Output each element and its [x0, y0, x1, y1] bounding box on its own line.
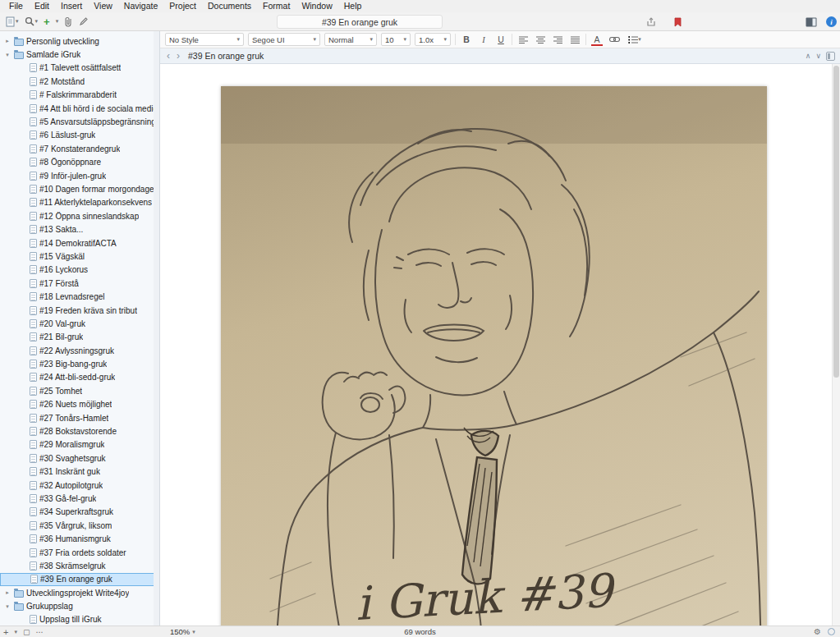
- toolbar-document-title[interactable]: #39 En orange gruk: [277, 15, 443, 29]
- binder-scrollbar[interactable]: [154, 31, 159, 626]
- toggle-inspector-button[interactable]: [803, 16, 819, 28]
- expand-chevron-icon[interactable]: ▸: [3, 38, 11, 44]
- binder-item[interactable]: ▸Personlig utveckling: [0, 34, 159, 48]
- binder-item[interactable]: #37 Fria ordets soldater: [0, 546, 159, 559]
- text-color-button[interactable]: A: [590, 33, 604, 46]
- binder-item[interactable]: #18 Levnadsregel: [0, 290, 159, 303]
- binder-item[interactable]: # Falskrimmarabderit: [0, 89, 159, 102]
- binder-item[interactable]: #28 Bokstavstorende: [0, 424, 159, 438]
- binder-item[interactable]: #13 Sakta...: [0, 222, 159, 236]
- binder-item[interactable]: ▾Grukuppslag: [0, 599, 159, 612]
- bold-button[interactable]: B: [460, 33, 473, 46]
- binder-item[interactable]: #24 Att-bli-sedd-gruk: [0, 371, 159, 384]
- binder-item[interactable]: #29 Moralismgruk: [0, 438, 159, 451]
- binder-item[interactable]: #11 Akterlyktelaparkonsekvens: [0, 196, 159, 209]
- binder-item[interactable]: #30 Svaghetsgruk: [0, 451, 159, 465]
- binder-item[interactable]: #25 Tomhet: [0, 384, 159, 397]
- zoom-dropdown[interactable]: 150% ▾: [167, 627, 199, 637]
- binder-item[interactable]: #7 Konstaterandegruk: [0, 142, 159, 155]
- align-center-button[interactable]: [534, 33, 547, 46]
- menu-item-navigate[interactable]: Navigate: [118, 0, 163, 12]
- align-right-button[interactable]: [551, 33, 564, 46]
- attachment-button[interactable]: [62, 16, 76, 28]
- binder-item[interactable]: #2 Motstånd: [0, 75, 159, 88]
- font-dropdown[interactable]: Segoe UI▾: [248, 33, 320, 46]
- binder-item[interactable]: #33 Gå-fel-gruk: [0, 492, 159, 505]
- italic-button[interactable]: I: [477, 33, 490, 46]
- expand-chevron-icon[interactable]: ▾: [3, 52, 11, 58]
- editor-scrollbar-thumb[interactable]: [833, 66, 839, 378]
- menu-item-help[interactable]: Help: [338, 0, 368, 12]
- binder-item[interactable]: #1 Talevett osättfalsett: [0, 62, 159, 75]
- binder-item[interactable]: #26 Nuets möjlighet: [0, 398, 159, 411]
- binder-item[interactable]: #34 Superkraftsgruk: [0, 506, 159, 519]
- embedded-sketch-photo[interactable]: i Gruk #39: [221, 86, 767, 626]
- binder-item[interactable]: #10 Dagen formar morgondagen: [0, 182, 159, 195]
- footer-more-button[interactable]: ⋯: [35, 628, 43, 636]
- binder-item[interactable]: #5 Ansvarsutsläppsbegränsning - klimatgr…: [0, 115, 159, 128]
- expand-chevron-icon[interactable]: ▸: [3, 589, 11, 596]
- binder-item[interactable]: #21 Bil-gruk: [0, 331, 159, 344]
- style-dropdown[interactable]: No Style▾: [165, 33, 244, 46]
- binder-item[interactable]: #19 Freden kräva sin tribut: [0, 304, 159, 317]
- add-item-button[interactable]: +: [41, 15, 53, 29]
- binder-item[interactable]: #38 Skrämselgruk: [0, 559, 159, 572]
- binder-item[interactable]: #32 Autopilotgruk: [0, 479, 159, 492]
- next-document-button[interactable]: ∨: [815, 52, 821, 60]
- footer-view-button[interactable]: ▢: [23, 628, 30, 636]
- progress-circle-icon[interactable]: [828, 628, 835, 635]
- binder-item[interactable]: #8 Ögonöppnare: [0, 156, 159, 169]
- underline-button[interactable]: U: [494, 33, 507, 46]
- binder-item[interactable]: #23 Big-bang-gruk: [0, 357, 159, 370]
- compose-button[interactable]: [76, 16, 91, 27]
- binder-item[interactable]: ▸Utvecklingsprojekt Write4joy: [0, 586, 159, 599]
- binder-item[interactable]: #14 DemokratifACTA: [0, 236, 159, 250]
- info-icon[interactable]: i: [826, 16, 837, 27]
- binder-item[interactable]: #35 Vårgruk, liksom: [0, 519, 159, 532]
- add-footer-button[interactable]: +: [3, 627, 8, 637]
- line-spacing-dropdown[interactable]: 1.0x▾: [415, 33, 451, 46]
- settings-gear-icon[interactable]: ⚙: [814, 627, 821, 636]
- list-button[interactable]: ▾: [625, 33, 645, 46]
- binder-item[interactable]: #12 Öppna sinneslandskap: [0, 209, 159, 222]
- binder-item[interactable]: #15 Vägskäl: [0, 250, 159, 263]
- expand-chevron-icon[interactable]: ▾: [3, 603, 11, 610]
- menu-item-view[interactable]: View: [88, 0, 118, 12]
- binder-item[interactable]: #20 Val-gruk: [0, 317, 159, 330]
- menu-item-edit[interactable]: Edit: [29, 0, 55, 12]
- binder-item[interactable]: #6 Läslust-gruk: [0, 129, 159, 142]
- binder-item[interactable]: #39 En orange gruk: [0, 573, 159, 586]
- back-button[interactable]: ‹: [165, 51, 172, 61]
- binder-item[interactable]: #9 Inför-julen-gruk: [0, 169, 159, 182]
- add-item-menu-button[interactable]: ▾: [53, 17, 62, 25]
- binder-item[interactable]: ▾Samlade iGruk: [0, 48, 159, 61]
- align-left-button[interactable]: [516, 33, 530, 46]
- font-size-dropdown[interactable]: 10▾: [381, 33, 411, 46]
- search-button[interactable]: ▾: [22, 16, 41, 27]
- bookmark-button[interactable]: [672, 16, 684, 28]
- font-variant-dropdown[interactable]: Normal▾: [324, 33, 377, 46]
- split-editor-icon[interactable]: [826, 52, 835, 61]
- previous-document-button[interactable]: ∧: [806, 52, 811, 60]
- binder-item[interactable]: #17 Förstå: [0, 277, 159, 290]
- menu-item-insert[interactable]: Insert: [55, 0, 88, 12]
- binder-item[interactable]: #16 Lyckorus: [0, 264, 159, 277]
- share-button[interactable]: [644, 16, 659, 28]
- align-justify-button[interactable]: [568, 33, 581, 46]
- binder-item[interactable]: #36 Humanismgruk: [0, 532, 159, 545]
- link-button[interactable]: [608, 33, 621, 46]
- menu-item-project[interactable]: Project: [163, 0, 202, 12]
- binder-item[interactable]: #22 Avlyssningsgruk: [0, 344, 159, 357]
- binder-item[interactable]: #27 Tonårs-Hamlet: [0, 411, 159, 424]
- binder-item[interactable]: Uppslag till iGruk: [0, 613, 159, 626]
- binder-item[interactable]: #31 Inskränt guk: [0, 465, 159, 479]
- forward-button[interactable]: ›: [175, 51, 181, 61]
- footer-menu-button[interactable]: ▾: [14, 629, 17, 635]
- menu-item-documents[interactable]: Documents: [202, 0, 257, 12]
- menu-item-file[interactable]: File: [3, 0, 29, 12]
- binder-item[interactable]: #4 Att bli hörd i de sociala medierna: [0, 102, 159, 115]
- menu-item-window[interactable]: Window: [296, 0, 337, 12]
- new-document-button[interactable]: ▾: [3, 16, 21, 28]
- editor-canvas[interactable]: i Gruk #39: [160, 64, 840, 626]
- menu-item-format[interactable]: Format: [257, 0, 296, 12]
